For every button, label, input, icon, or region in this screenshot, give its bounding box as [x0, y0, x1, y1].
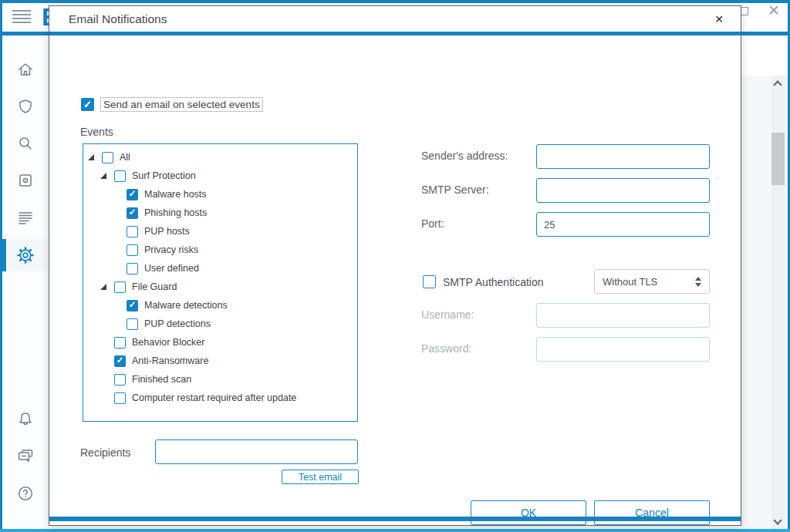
tree-item: ✓Anti-Ransomware: [83, 352, 357, 370]
tree-item-label[interactable]: Surf Protection: [132, 170, 196, 181]
shield-icon: [16, 97, 35, 116]
sidebar-item-settings[interactable]: [2, 239, 48, 271]
username-input[interactable]: [536, 303, 710, 328]
email-notifications-dialog: Email Notifications ✕ ✓ Send an email on…: [49, 5, 741, 526]
tree-checkbox[interactable]: ✓: [127, 300, 138, 311]
username-label: Username:: [421, 308, 474, 321]
smtp-server-label: SMTP Server:: [421, 184, 489, 196]
tree-checkbox[interactable]: [102, 152, 113, 163]
smtp-auth-checkbox[interactable]: [423, 275, 436, 288]
quarantine-icon: [16, 171, 35, 190]
smtp-server-input[interactable]: [536, 178, 710, 203]
tree-checkbox[interactable]: [114, 281, 126, 293]
tree-item-label[interactable]: PUP detections: [144, 318, 211, 329]
tree-item-label[interactable]: All: [120, 152, 130, 163]
sidebar-item-quarantine[interactable]: [2, 164, 48, 197]
tree-item-label[interactable]: User defined: [144, 263, 199, 274]
tree-item-label[interactable]: Privacy risks: [144, 244, 198, 255]
sidebar-item-logs[interactable]: [2, 201, 48, 234]
select-updown-icon: [695, 277, 701, 287]
scroll-up-icon[interactable]: [773, 80, 782, 89]
tree-checkbox[interactable]: [127, 318, 138, 330]
tree-item-label[interactable]: Finished scan: [132, 374, 191, 385]
tree-item-label[interactable]: File Guard: [132, 281, 177, 292]
tree-checkbox[interactable]: ✓: [114, 355, 126, 367]
cancel-button[interactable]: Cancel: [594, 500, 710, 525]
port-input[interactable]: [536, 212, 710, 237]
tree-expanded-icon[interactable]: [100, 173, 106, 179]
scroll-down-icon[interactable]: [773, 516, 782, 524]
sidebar-item-protection[interactable]: [2, 90, 48, 123]
port-label: Port:: [421, 217, 444, 230]
scrollbar-thumb[interactable]: [771, 133, 785, 185]
tree-item-label[interactable]: Behavior Blocker: [132, 337, 205, 348]
page-scrollbar[interactable]: [771, 76, 785, 529]
tree-checkbox[interactable]: ✓: [127, 207, 138, 219]
tree-expander-slot: [113, 188, 127, 200]
send-email-label[interactable]: Send an email on selected events: [100, 97, 263, 112]
menu-icon[interactable]: [12, 10, 31, 23]
window-border-left: [0, 0, 2, 532]
sender-address-input[interactable]: [536, 144, 710, 169]
window-border-bottom: [0, 529, 790, 532]
tree-item: Computer restart required after update: [83, 389, 357, 407]
gear-icon: [15, 245, 35, 265]
dialog-titlebar: Email Notifications ✕: [49, 6, 741, 32]
tree-item-label[interactable]: Anti-Ransomware: [132, 355, 208, 366]
tree-expander-slot: [113, 262, 127, 274]
tls-selected-value: Without TLS: [603, 276, 657, 288]
tree-expander-slot: [100, 392, 114, 404]
send-email-checkbox[interactable]: ✓: [81, 98, 94, 111]
tree-expander-slot: [113, 299, 127, 311]
tree-expander-slot: [100, 336, 114, 348]
sidebar-item-home[interactable]: [2, 53, 48, 86]
dialog-close-icon[interactable]: ✕: [711, 12, 727, 27]
tree-checkbox[interactable]: ✓: [127, 189, 138, 200]
tree-expander-slot: [100, 281, 114, 293]
tree-item: ✓Malware hosts: [83, 185, 357, 204]
tls-select[interactable]: Without TLS: [594, 269, 710, 294]
tree-checkbox[interactable]: [114, 170, 126, 182]
sidebar-item-scan[interactable]: [2, 127, 48, 160]
bell-icon: [16, 410, 35, 429]
tree-item: Finished scan: [83, 370, 357, 389]
chat-icon: [16, 447, 35, 466]
tree-item-label[interactable]: Phishing hosts: [144, 207, 207, 218]
sidebar-item-notifications[interactable]: [2, 403, 48, 436]
tree-item-label[interactable]: Computer restart required after update: [132, 392, 296, 403]
sender-address-label: Sender's address:: [421, 150, 508, 162]
tree-checkbox[interactable]: [114, 392, 126, 404]
tree-checkbox[interactable]: [127, 263, 138, 274]
tree-expander-slot: [113, 207, 127, 219]
tree-checkbox[interactable]: [127, 226, 138, 237]
tree-item: File Guard: [83, 278, 357, 296]
tree-item: ✓Phishing hosts: [83, 204, 357, 222]
tree-item: Surf Protection: [83, 167, 357, 185]
tree-item: PUP hosts: [83, 222, 357, 241]
tree-checkbox[interactable]: [127, 244, 138, 256]
tree-expander-slot: [100, 355, 114, 367]
tree-checkbox[interactable]: [114, 374, 126, 386]
tree-expanded-icon[interactable]: [88, 154, 94, 160]
tree-item: All: [83, 148, 357, 167]
dialog-body: ✓ Send an email on selected events Event…: [49, 35, 741, 521]
window-close-icon[interactable]: ✕: [768, 2, 780, 19]
recipients-input[interactable]: [155, 439, 358, 464]
tree-checkbox[interactable]: [114, 337, 126, 348]
smtp-auth-row: SMTP Authentication: [423, 275, 543, 288]
tree-item-label[interactable]: Malware hosts: [144, 189, 207, 200]
sidebar-item-feedback[interactable]: [2, 440, 48, 473]
test-email-button[interactable]: Test email: [282, 470, 359, 484]
sidebar-item-help[interactable]: [2, 477, 48, 510]
tree-expanded-icon[interactable]: [100, 284, 106, 290]
tree-expander-slot: [113, 318, 127, 330]
home-icon: [16, 60, 35, 79]
ok-button[interactable]: OK: [471, 500, 586, 525]
password-input[interactable]: [536, 337, 710, 362]
tree-item: Privacy risks: [83, 241, 357, 259]
tree-item-label[interactable]: PUP hosts: [144, 226, 190, 237]
sidebar: [2, 35, 48, 529]
tree-item-label[interactable]: Malware detections: [144, 300, 228, 311]
search-icon: [16, 134, 35, 153]
tree-expander-slot: [100, 373, 114, 386]
